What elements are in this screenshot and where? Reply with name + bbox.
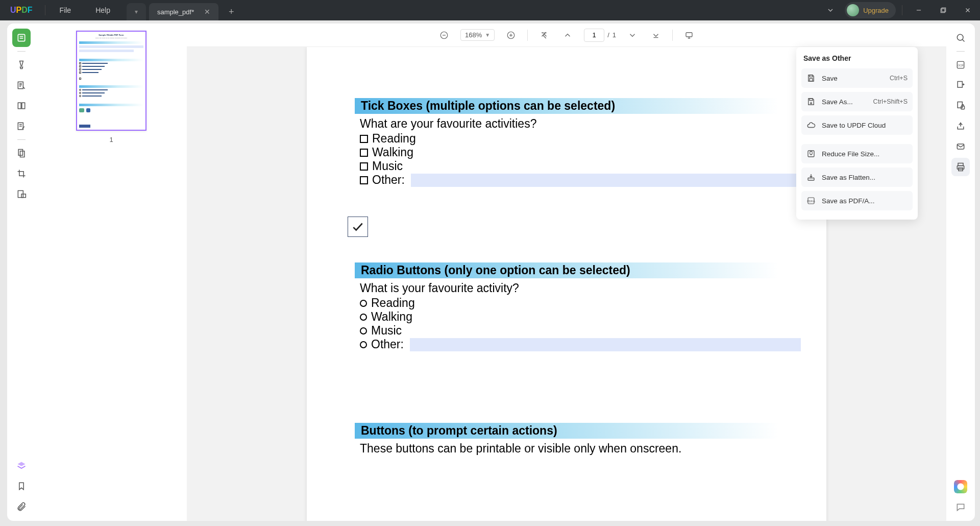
- separator: [902, 5, 902, 15]
- window-close-icon[interactable]: [958, 0, 978, 20]
- radio-icon[interactable]: [360, 327, 367, 334]
- prev-page-button[interactable]: [560, 28, 575, 42]
- form-tools-icon[interactable]: [12, 117, 31, 135]
- protect-icon[interactable]: [951, 97, 970, 115]
- tab-close-icon[interactable]: ✕: [204, 8, 210, 16]
- ocr-icon[interactable]: OCR: [951, 56, 970, 74]
- tab-dropdown[interactable]: ▾: [127, 3, 146, 20]
- reduce-file-size-button[interactable]: Reduce File Size...: [801, 144, 913, 163]
- shortcut-label: Ctrl+Shift+S: [873, 98, 908, 105]
- save-as-icon: [806, 97, 816, 106]
- save-to-cloud-button[interactable]: Save to UPDF Cloud: [801, 115, 913, 135]
- svg-line-35: [962, 39, 964, 41]
- crop-icon[interactable]: [12, 164, 31, 183]
- svg-rect-30: [808, 151, 814, 157]
- thumbnail-panel: Sample Fillable PDF Form These PDF forms…: [36, 23, 187, 521]
- zoom-in-button[interactable]: [504, 28, 518, 42]
- presentation-button[interactable]: [682, 28, 696, 42]
- share-icon[interactable]: [951, 117, 970, 135]
- page-sep: /: [607, 31, 609, 39]
- right-rail: OCR: [946, 23, 975, 521]
- svg-rect-1: [942, 8, 946, 12]
- svg-text:PDF/A: PDF/A: [807, 200, 815, 203]
- svg-rect-28: [810, 79, 813, 81]
- pdfa-icon: PDF/A: [806, 196, 816, 205]
- section-buttons-header: Buttons (to prompt certain actions): [355, 423, 801, 439]
- save-as-flatten-button[interactable]: Save as Flatten...: [801, 168, 913, 187]
- print-icon[interactable]: [951, 158, 970, 176]
- svg-rect-10: [22, 103, 25, 109]
- checkbox-icon[interactable]: [360, 149, 368, 157]
- email-icon[interactable]: [951, 137, 970, 156]
- document-stage: 168% ▼ / 1: [187, 23, 946, 521]
- tab-add-button[interactable]: +: [223, 3, 240, 20]
- page-thumbnail-1[interactable]: Sample Fillable PDF Form These PDF forms…: [76, 31, 146, 131]
- svg-rect-31: [808, 178, 814, 181]
- radio-option-walking[interactable]: Walking: [360, 310, 801, 324]
- thumbnail-page-number: 1: [109, 136, 113, 144]
- separator: [957, 51, 965, 52]
- search-icon[interactable]: [951, 29, 970, 47]
- page-tools-icon[interactable]: [12, 97, 31, 115]
- other-text-field[interactable]: [410, 338, 801, 351]
- other-text-field[interactable]: [411, 174, 801, 187]
- chevron-down-icon[interactable]: [820, 0, 841, 20]
- first-page-button[interactable]: [537, 28, 551, 42]
- menu-file[interactable]: File: [47, 6, 84, 14]
- page-total: 1: [612, 31, 616, 39]
- radio-option-other[interactable]: Other:: [360, 338, 801, 351]
- tab-title: sample_pdf*: [157, 8, 194, 16]
- tab-strip: ▾ sample_pdf* ✕ +: [127, 0, 240, 20]
- checkbox-icon[interactable]: [360, 176, 368, 184]
- checkbox-icon[interactable]: [360, 135, 368, 143]
- svg-rect-38: [958, 82, 962, 88]
- attachment-icon[interactable]: [12, 497, 31, 516]
- page-input[interactable]: [584, 29, 604, 42]
- save-as-button[interactable]: Save As... Ctrl+Shift+S: [801, 92, 913, 111]
- bookmark-icon[interactable]: [12, 477, 31, 495]
- flatten-icon: [806, 173, 816, 182]
- pdf-page: Tick Boxes (multiple options can be sele…: [307, 47, 826, 521]
- organize-pages-icon[interactable]: [12, 144, 31, 162]
- comment-icon[interactable]: [953, 499, 968, 515]
- zoom-select[interactable]: 168% ▼: [460, 29, 495, 41]
- upgrade-button[interactable]: Upgrade: [845, 2, 896, 18]
- radio-icon[interactable]: [360, 314, 367, 321]
- app-logo: UPDF: [0, 6, 43, 15]
- edit-text-icon[interactable]: [12, 76, 31, 94]
- radio-icon[interactable]: [360, 341, 367, 348]
- tab-sample-pdf[interactable]: sample_pdf* ✕: [149, 3, 218, 20]
- window-maximize-icon[interactable]: [933, 0, 953, 20]
- checkbox-icon[interactable]: [360, 162, 368, 171]
- save-as-pdfa-button[interactable]: PDF/A Save as PDF/A...: [801, 191, 913, 210]
- save-icon: [806, 74, 816, 83]
- cloud-icon: [806, 121, 816, 130]
- tick-option-reading[interactable]: Reading: [360, 132, 801, 146]
- radio-option-reading[interactable]: Reading: [360, 296, 801, 310]
- export-icon[interactable]: [951, 76, 970, 94]
- shortcut-label: Ctrl+S: [890, 75, 908, 82]
- window-minimize-icon[interactable]: [909, 0, 929, 20]
- left-rail: [7, 23, 36, 521]
- save-button[interactable]: Save Ctrl+S: [801, 68, 913, 88]
- tick-option-walking[interactable]: Walking: [360, 146, 801, 159]
- radio-icon[interactable]: [360, 300, 367, 307]
- upgrade-label: Upgrade: [863, 7, 889, 14]
- last-page-button[interactable]: [649, 28, 663, 42]
- next-page-button[interactable]: [625, 28, 640, 42]
- redact-icon[interactable]: [12, 185, 31, 203]
- zoom-value: 168%: [465, 31, 482, 39]
- separator: [45, 5, 45, 15]
- radio-question: What is your favourite activity?: [360, 281, 801, 295]
- layers-icon[interactable]: [12, 457, 31, 475]
- reader-mode-button[interactable]: [12, 29, 31, 47]
- zoom-out-button[interactable]: [437, 28, 451, 42]
- svg-point-34: [957, 34, 963, 40]
- radio-option-music[interactable]: Music: [360, 324, 801, 338]
- menu-help[interactable]: Help: [83, 6, 122, 14]
- ai-assistant-icon[interactable]: [954, 480, 967, 493]
- highlight-icon[interactable]: [12, 56, 31, 74]
- form-checkbox-widget[interactable]: [348, 217, 368, 237]
- tick-option-other[interactable]: Other:: [360, 173, 801, 187]
- tick-option-music[interactable]: Music: [360, 159, 801, 173]
